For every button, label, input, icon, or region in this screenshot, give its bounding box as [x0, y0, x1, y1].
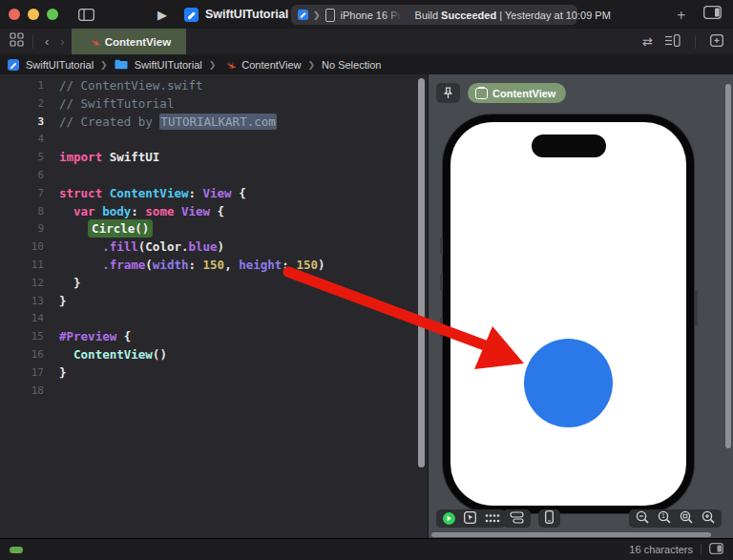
code-token	[59, 239, 102, 254]
code-line[interactable]: struct ContentView: View {	[59, 185, 325, 203]
code-token	[59, 204, 73, 218]
line-number[interactable]: 11	[0, 257, 44, 275]
line-number[interactable]: 13	[0, 293, 44, 311]
preview-vertical-scrollbar[interactable]	[725, 84, 731, 448]
display-icon[interactable]	[709, 541, 723, 558]
code-line[interactable]	[59, 310, 325, 328]
iphone-screen[interactable]	[450, 122, 686, 506]
preview-target-label: ContentView	[492, 88, 555, 99]
breadcrumb-project[interactable]: SwiftUITutorial	[26, 59, 94, 71]
code-line[interactable]	[59, 383, 325, 401]
code-token	[174, 204, 181, 218]
code-token: :	[282, 258, 296, 272]
overview-grid-icon[interactable]	[10, 32, 24, 51]
xcode-project-icon	[184, 8, 199, 22]
code-token: :	[131, 204, 145, 218]
code-line[interactable]: // Created by TUTORIALKART.com	[59, 114, 325, 132]
line-number[interactable]: 5	[0, 149, 44, 167]
line-number[interactable]: 2	[0, 95, 44, 114]
run-button[interactable]: ▶	[157, 8, 167, 22]
editor-scrollbar[interactable]	[418, 78, 425, 467]
activity-status-pill[interactable]: ❯ iPhone 16 Pr Build Succeeded | Yesterd…	[291, 5, 577, 25]
add-editor-icon[interactable]	[710, 33, 723, 51]
code-token: var	[73, 204, 95, 218]
line-number[interactable]: 15	[0, 328, 44, 346]
zoom-out-button[interactable]	[636, 510, 649, 528]
breadcrumb-file[interactable]: ContentView	[241, 59, 301, 71]
code-line[interactable]: var body: some View {	[59, 203, 325, 221]
code-token: :	[188, 186, 202, 200]
line-number[interactable]: 6	[0, 167, 44, 185]
line-number[interactable]: 3	[0, 114, 44, 132]
zoom-in-button[interactable]	[702, 510, 715, 528]
new-tab-icon[interactable]: ＋	[674, 6, 688, 24]
code-line[interactable]: .fill(Color.blue)	[59, 239, 325, 257]
zoom-100-button[interactable]: 1	[658, 510, 671, 528]
live-preview-button[interactable]	[443, 512, 455, 525]
line-number[interactable]: 8	[0, 203, 44, 221]
blue-circle-view[interactable]	[524, 339, 613, 427]
code-token: // Created by	[59, 114, 159, 129]
device-settings-button[interactable]	[545, 510, 554, 528]
minimap-icon[interactable]	[664, 33, 681, 51]
breadcrumb-group[interactable]: SwiftUITutorial	[135, 59, 202, 71]
code-token: :	[188, 258, 202, 272]
code-line[interactable]: ContentView()	[59, 346, 325, 364]
line-number[interactable]: 10	[0, 239, 44, 257]
code-token: width	[153, 258, 189, 272]
line-number[interactable]: 1	[0, 77, 44, 95]
code-token: SwiftUI	[102, 150, 159, 164]
run-destination[interactable]: iPhone 16 Pr	[341, 10, 402, 21]
code-editor[interactable]: 123456789101112131415161718 // ContentVi…	[0, 74, 429, 539]
code-line[interactable]	[59, 167, 325, 185]
code-area[interactable]: // ContentView.swift// SwiftTutorial// C…	[59, 77, 325, 400]
preview-target-pill[interactable]: ContentView	[468, 83, 566, 103]
code-token: #Preview	[59, 329, 116, 343]
line-number[interactable]: 16	[0, 346, 44, 364]
line-number[interactable]: 12	[0, 275, 44, 293]
code-token: Color.	[145, 239, 188, 254]
go-forward-button[interactable]: ›	[57, 34, 67, 49]
code-line[interactable]: }	[59, 275, 325, 293]
volume-up-button	[440, 274, 443, 291]
folder-icon	[115, 59, 128, 70]
line-number[interactable]: 7	[0, 185, 44, 203]
code-line[interactable]: Circle()	[59, 220, 325, 239]
go-back-button[interactable]: ‹	[42, 34, 52, 49]
breadcrumb-selection[interactable]: No Selection	[322, 59, 381, 71]
code-line[interactable]: }	[59, 293, 325, 311]
code-line[interactable]: }	[59, 364, 325, 383]
line-number[interactable]: 4	[0, 131, 44, 149]
chevron-right-icon: ❯	[307, 60, 315, 70]
selectable-mode-button[interactable]	[464, 510, 476, 528]
line-number[interactable]: 14	[0, 310, 44, 328]
sidebar-toggle-icon[interactable]	[78, 9, 94, 21]
preview-mode-group	[436, 509, 506, 528]
code-line[interactable]: .frame(width: 150, height: 150)	[59, 257, 325, 275]
code-line[interactable]: #Preview {	[59, 328, 325, 346]
tab-contentview[interactable]: ContentView	[72, 29, 186, 54]
code-token: Circle()	[88, 219, 153, 238]
build-status-text: Build Succeeded | Yesterday at 10:09 PM	[415, 10, 611, 21]
code-line[interactable]: import SwiftUI	[59, 149, 325, 167]
preview-horizontal-scrollbar[interactable]	[431, 532, 711, 537]
zoom-fit-button[interactable]	[680, 510, 693, 528]
line-number[interactable]: 9	[0, 220, 44, 239]
window-title: SwiftUITutorial	[205, 8, 288, 21]
code-line[interactable]	[59, 131, 325, 149]
code-token	[59, 221, 88, 236]
color-scheme-variants-button[interactable]	[510, 510, 524, 528]
code-line[interactable]: // SwiftTutorial	[59, 95, 325, 114]
editor-layout-icon[interactable]	[703, 6, 722, 23]
code-token: // SwiftTutorial	[59, 96, 174, 111]
zoom-window-button[interactable]	[47, 9, 58, 20]
related-items-icon[interactable]: ⇄	[642, 34, 653, 49]
line-number[interactable]: 18	[0, 383, 44, 401]
line-number[interactable]: 17	[0, 364, 44, 383]
close-window-button[interactable]	[9, 9, 20, 20]
variants-grid-button[interactable]	[485, 510, 499, 528]
project-cluster: SwiftUITutorial	[184, 8, 288, 22]
pin-preview-button[interactable]	[436, 83, 460, 103]
minimize-window-button[interactable]	[28, 9, 39, 20]
code-line[interactable]: // ContentView.swift	[59, 77, 325, 95]
